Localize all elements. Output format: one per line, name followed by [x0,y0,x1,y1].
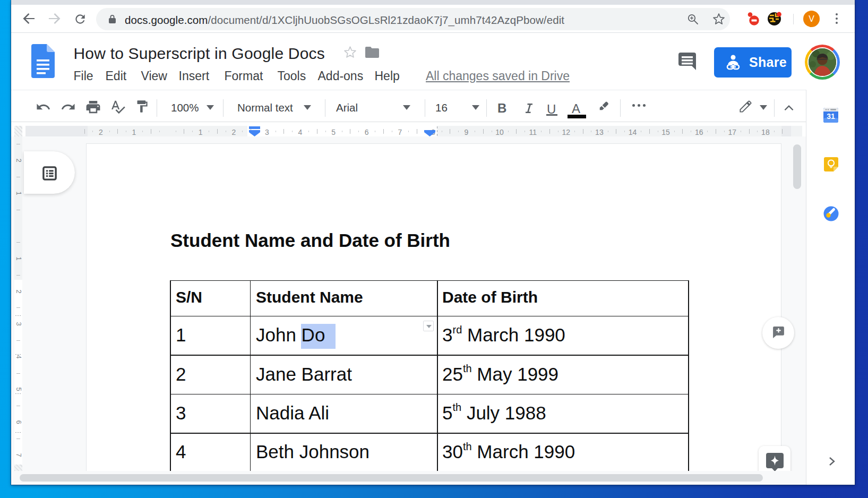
svg-text:31: 31 [827,112,835,121]
